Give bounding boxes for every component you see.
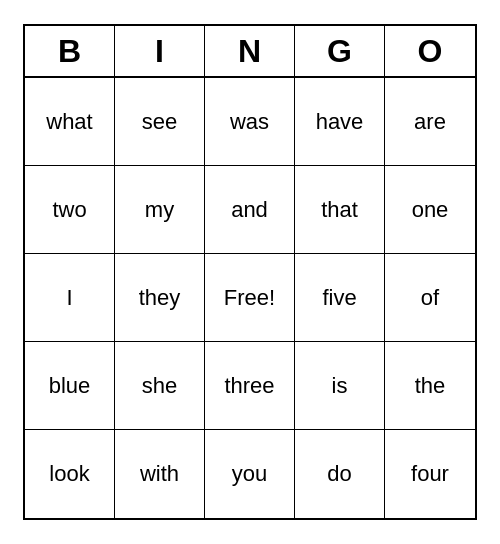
grid-cell-10: I [25, 254, 115, 342]
bingo-header: B I N G O [25, 26, 475, 78]
header-i: I [115, 26, 205, 78]
grid-cell-1: see [115, 78, 205, 166]
grid-cell-15: blue [25, 342, 115, 430]
grid-cell-22: you [205, 430, 295, 518]
grid-cell-13: five [295, 254, 385, 342]
grid-cell-20: look [25, 430, 115, 518]
grid-cell-7: and [205, 166, 295, 254]
header-b: B [25, 26, 115, 78]
grid-cell-24: four [385, 430, 475, 518]
grid-cell-8: that [295, 166, 385, 254]
header-g: G [295, 26, 385, 78]
grid-cell-14: of [385, 254, 475, 342]
grid-cell-16: she [115, 342, 205, 430]
header-o: O [385, 26, 475, 78]
header-n: N [205, 26, 295, 78]
bingo-grid: whatseewashavearetwomyandthatoneItheyFre… [25, 78, 475, 518]
grid-cell-0: what [25, 78, 115, 166]
grid-cell-2: was [205, 78, 295, 166]
grid-cell-18: is [295, 342, 385, 430]
bingo-card: B I N G O whatseewashavearetwomyandthato… [23, 24, 477, 520]
grid-cell-12: Free! [205, 254, 295, 342]
grid-cell-23: do [295, 430, 385, 518]
grid-cell-19: the [385, 342, 475, 430]
grid-cell-6: my [115, 166, 205, 254]
grid-cell-9: one [385, 166, 475, 254]
grid-cell-3: have [295, 78, 385, 166]
grid-cell-4: are [385, 78, 475, 166]
grid-cell-11: they [115, 254, 205, 342]
grid-cell-17: three [205, 342, 295, 430]
grid-cell-21: with [115, 430, 205, 518]
grid-cell-5: two [25, 166, 115, 254]
